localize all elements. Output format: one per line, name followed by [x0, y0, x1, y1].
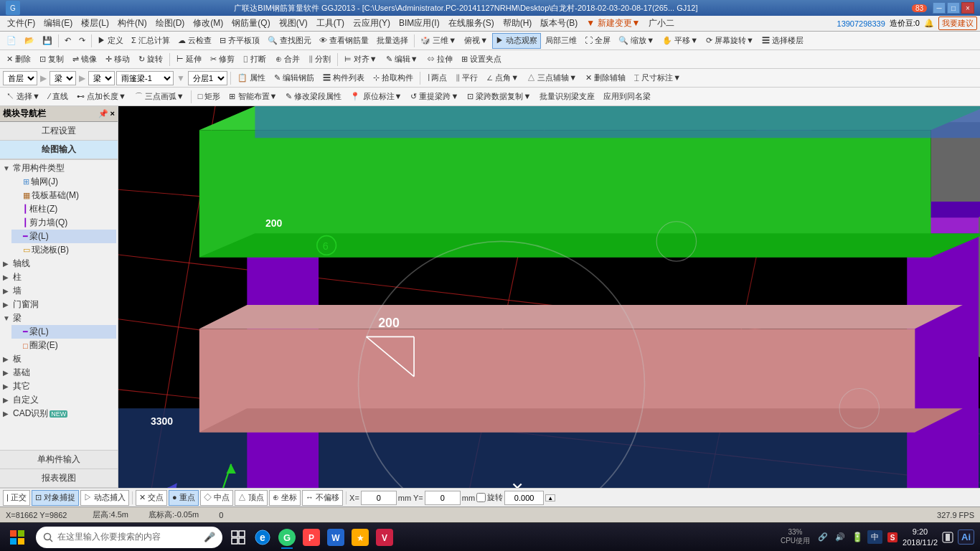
tb-zoom[interactable]: 🔍 缩放▼ — [615, 33, 658, 49]
sidebar-draw-input[interactable]: 绘图输入 — [0, 141, 118, 159]
rotate-input[interactable] — [504, 491, 544, 505]
menu-modify[interactable]: 修改(M) — [189, 16, 227, 31]
tb-save[interactable]: 💾 — [39, 33, 56, 49]
menu-help[interactable]: 帮助(H) — [499, 16, 537, 31]
taskbar-search[interactable]: 在这里输入你要搜索的内容 🎤 — [36, 527, 222, 548]
tray-notification[interactable] — [941, 527, 955, 547]
tb-view-rebar[interactable]: 👁 查看钢筋量 — [316, 33, 372, 49]
snap-object[interactable]: ⊡ 对象捕捉 — [32, 490, 79, 506]
tb-select[interactable]: ↖ 选择▼ — [3, 89, 44, 105]
tb-two-points[interactable]: ∣ 两点 — [423, 70, 451, 86]
tb-mirror[interactable]: ⇌ 镜像 — [69, 52, 100, 67]
mic-icon[interactable]: 🎤 — [204, 532, 215, 542]
taskbar-app5[interactable]: V — [373, 526, 396, 549]
tb-dim[interactable]: ⌶ 尺寸标注▼ — [631, 70, 684, 86]
tray-battery[interactable]: 🔋 — [850, 527, 864, 547]
tb-grip[interactable]: ⊞ 设置夹点 — [458, 52, 505, 67]
component-type-select[interactable]: 梁 — [50, 71, 76, 85]
tb-merge[interactable]: ⊕ 合并 — [272, 52, 303, 67]
tb-three-axis[interactable]: △ 三点辅轴▼ — [524, 70, 580, 86]
layer-select[interactable]: 分层1 — [188, 71, 227, 85]
feedback-btn[interactable]: 我要建议 — [938, 17, 977, 30]
tb-select-floor[interactable]: ☰ 选择楼层 — [758, 33, 807, 49]
tb-define[interactable]: ▶ 定义 — [94, 33, 127, 49]
ai-badge[interactable]: Ai — [958, 529, 974, 545]
tb-3d[interactable]: 🎲 三维▼ — [417, 33, 460, 49]
report-view-btn[interactable]: 报表视图 — [0, 469, 118, 488]
y-input[interactable] — [425, 491, 461, 505]
snap-intersection[interactable]: ✕ 交点 — [136, 490, 167, 506]
rotate-up[interactable]: ▲ — [545, 494, 555, 501]
tb-edit-rebar[interactable]: ✎ 编辑钢筋 — [270, 70, 318, 86]
tb-span-copy[interactable]: ⊡ 梁跨数据复制▼ — [463, 89, 534, 105]
name-select[interactable]: 雨篷梁-1 — [116, 71, 174, 85]
tb-open[interactable]: 📂 — [21, 33, 38, 49]
tb-delete[interactable]: ✕ 删除 — [3, 52, 34, 67]
tb-local-3d[interactable]: 局部三维 — [542, 33, 580, 49]
tb-parallel[interactable]: ∥ 平行 — [452, 70, 481, 86]
tb-find[interactable]: 🔍 查找图元 — [264, 33, 315, 49]
single-component-btn[interactable]: 单构件输入 — [0, 451, 118, 469]
tree-item-beams[interactable]: ▼ 梁 — [1, 311, 116, 325]
tb-line[interactable]: ∕ 直线 — [45, 89, 72, 105]
tb-property[interactable]: 📋 属性 — [234, 70, 269, 86]
taskbar-task-view[interactable] — [227, 526, 250, 549]
tb-del-axis[interactable]: ✕ 删除辅轴 — [582, 70, 629, 86]
taskbar-app4[interactable]: ★ — [349, 526, 372, 549]
menu-new-change[interactable]: ▼ 新建变更▼ — [582, 16, 644, 31]
rotate-checkbox[interactable] — [476, 493, 486, 502]
tray-antivirus[interactable]: S — [885, 527, 900, 547]
taskbar-app1[interactable]: G — [275, 526, 298, 549]
snap-orthogonal[interactable]: | 正交 — [3, 490, 30, 506]
viewport[interactable]: 200 3300 6 — [118, 106, 980, 488]
tb-move[interactable]: ✛ 移动 — [102, 52, 133, 67]
snap-midpoint-dot[interactable]: ● 重点 — [169, 490, 199, 506]
snap-midpoint[interactable]: ◇ 中点 — [200, 490, 233, 506]
menu-draw[interactable]: 绘图(D) — [151, 16, 189, 31]
menu-component[interactable]: 构件(N) — [113, 16, 151, 31]
tb-arc[interactable]: ⌒ 三点画弧▼ — [131, 89, 188, 105]
menu-bim[interactable]: BIM应用(I) — [395, 16, 444, 31]
tb-smart-layout[interactable]: ⊞ 智能布置▼ — [225, 89, 281, 105]
tb-point-length[interactable]: ⊷ 点加长度▼ — [73, 89, 130, 105]
tree-item-cad[interactable]: ▶ CAD识别 NEW — [1, 407, 116, 420]
start-button[interactable] — [3, 524, 32, 550]
tb-batch-select[interactable]: 批量选择 — [373, 33, 412, 49]
menu-version[interactable]: 版本号(B) — [536, 16, 582, 31]
taskbar-browser[interactable]: e — [251, 526, 274, 549]
snap-vertex[interactable]: △ 顶点 — [235, 490, 268, 506]
tb-point-angle[interactable]: ∠ 点角▼ — [483, 70, 522, 86]
tree-item-slabs[interactable]: ▶ 板 — [1, 352, 116, 366]
tb-undo[interactable]: ↶ — [61, 33, 75, 49]
tb-fullscreen[interactable]: ⛶ 全屏 — [581, 33, 614, 49]
tb-split[interactable]: ∥ 分割 — [305, 52, 334, 67]
tree-item-custom[interactable]: ▶ 自定义 — [1, 393, 116, 407]
menu-rebar[interactable]: 钢筋量(Q) — [227, 16, 274, 31]
menu-file[interactable]: 文件(F) — [3, 16, 39, 31]
tb-apply-same[interactable]: 应用到同名梁 — [600, 89, 654, 105]
tray-datetime[interactable]: 9:20 2018/11/2 — [903, 527, 938, 547]
component-select[interactable]: 梁 — [88, 71, 115, 85]
tb-re-span[interactable]: ↺ 重提梁跨▼ — [407, 89, 462, 105]
tb-stretch[interactable]: ⇔ 拉伸 — [423, 52, 456, 67]
x-input[interactable] — [361, 491, 397, 505]
tb-copy[interactable]: ⊡ 复制 — [36, 52, 67, 67]
menu-guangxiao[interactable]: 广小二 — [644, 16, 679, 31]
tb-rect[interactable]: □ 矩形 — [194, 89, 225, 105]
tb-cloud-check[interactable]: ☁ 云检查 — [174, 33, 215, 49]
tree-item-other[interactable]: ▶ 其它 — [1, 380, 116, 393]
menu-edit[interactable]: 编辑(E) — [39, 16, 77, 31]
menu-floor[interactable]: 楼层(L) — [77, 16, 113, 31]
tree-item-columns[interactable]: ▶ 柱 — [1, 270, 116, 284]
tb-calc[interactable]: Σ 汇总计算 — [128, 33, 174, 49]
tb-rotate[interactable]: ↻ 旋转 — [135, 52, 166, 67]
tree-item-slab[interactable]: ▭ 现浇板(B) — [11, 243, 116, 257]
bell-icon[interactable]: 🔔 — [924, 19, 934, 28]
input-method[interactable]: 中 — [867, 530, 882, 544]
tb-flat-top[interactable]: ⊟ 齐平板顶 — [216, 33, 263, 49]
tb-pick-comp[interactable]: ⊹ 拾取构件 — [369, 70, 417, 86]
tb-new[interactable]: 📄 — [3, 33, 20, 49]
tree-item-beam[interactable]: ━ 梁(L) — [11, 230, 116, 243]
menu-cloud[interactable]: 云应用(Y) — [349, 16, 395, 31]
tb-modify-beam[interactable]: ✎ 修改梁段属性 — [282, 89, 345, 105]
